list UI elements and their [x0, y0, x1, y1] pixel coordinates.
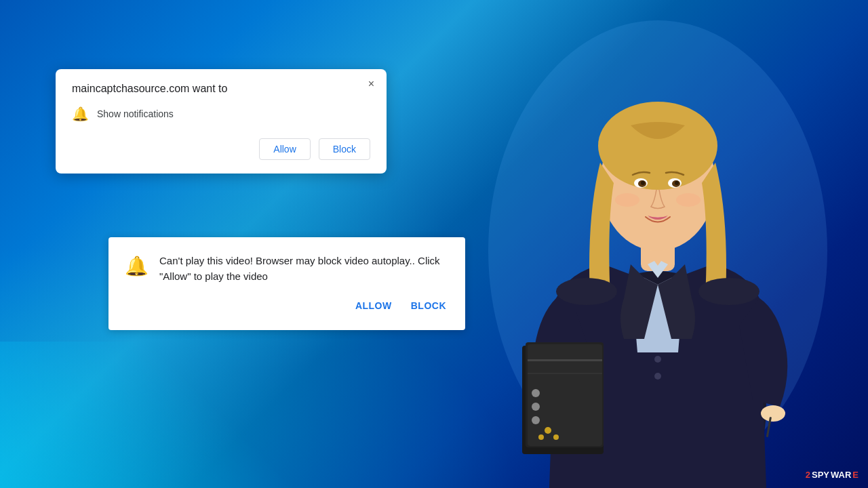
block-button[interactable]: Block [319, 138, 370, 160]
allow-button[interactable]: Allow [259, 138, 310, 160]
permission-dialog: × maincaptchasource.com want to 🔔 Show n… [56, 69, 387, 174]
bell-icon: 🔔 [72, 106, 89, 122]
svg-point-24 [654, 356, 661, 363]
watermark-end: E [852, 470, 859, 480]
svg-point-25 [654, 373, 661, 380]
notification-label: Show notifications [97, 108, 174, 119]
svg-point-20 [641, 181, 645, 185]
svg-point-30 [553, 434, 559, 440]
close-button[interactable]: × [366, 77, 377, 91]
svg-point-28 [545, 427, 551, 434]
notif-block-button[interactable]: BLOCK [411, 300, 446, 311]
notification-message: Can't play this video! Browser may block… [159, 253, 446, 284]
svg-point-29 [538, 434, 544, 440]
button-row: Allow Block [72, 138, 370, 160]
notification-body: 🔔 Can't play this video! Browser may blo… [125, 253, 446, 284]
person-image [468, 14, 848, 488]
svg-point-9 [532, 403, 540, 411]
notif-allow-button[interactable]: ALLOW [355, 300, 392, 311]
watermark-spy: SPY [812, 470, 829, 480]
svg-point-22 [615, 193, 639, 207]
svg-point-21 [675, 181, 679, 185]
notification-dialog: 🔔 Can't play this video! Browser may blo… [108, 237, 465, 330]
svg-point-23 [676, 193, 701, 207]
watermark-war: WAR [831, 470, 851, 480]
watermark-number: 2 [806, 470, 810, 480]
svg-point-8 [532, 389, 540, 397]
watermark: 2 SPY WAR E [806, 470, 859, 480]
notification-button-row: ALLOW BLOCK [125, 300, 446, 311]
svg-point-11 [761, 405, 785, 422]
notification-row: 🔔 Show notifications [72, 106, 370, 122]
svg-point-10 [532, 416, 540, 424]
svg-rect-7 [528, 373, 602, 374]
dialog-title: maincaptchasource.com want to [72, 83, 370, 95]
svg-point-15 [598, 102, 717, 190]
svg-rect-6 [528, 359, 602, 361]
svg-point-26 [556, 278, 617, 305]
svg-point-27 [698, 278, 760, 305]
notification-bell-icon: 🔔 [125, 255, 149, 277]
